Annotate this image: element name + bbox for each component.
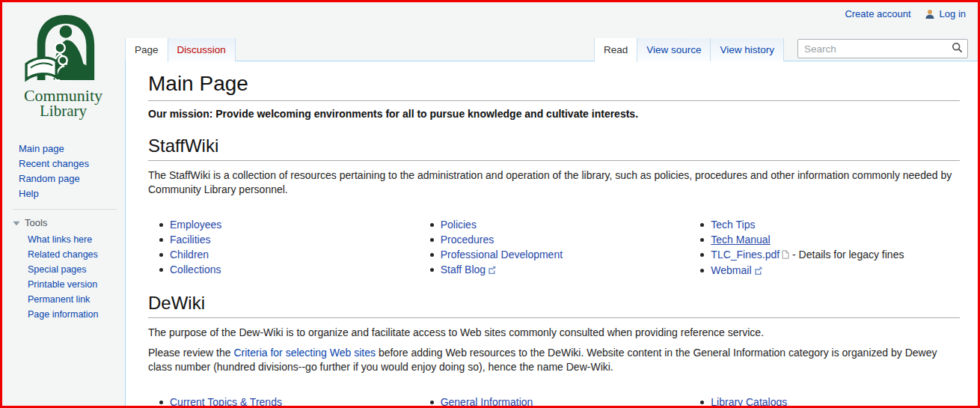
sidebar-item-printable-version[interactable]: Printable version xyxy=(28,277,124,292)
list-item: Current Topics & Trends xyxy=(159,395,419,408)
tech-manual-link[interactable]: Tech Manual xyxy=(711,234,770,246)
create-account-link[interactable]: Create account xyxy=(845,8,910,19)
search-box xyxy=(797,39,968,58)
list-item: Policies xyxy=(430,217,690,232)
sidebar-item-permanent-link[interactable]: Permanent link xyxy=(28,292,124,307)
external-link-icon xyxy=(488,263,496,278)
general-information-link[interactable]: General Information xyxy=(441,396,533,408)
screenshot-frame: Create account Log in xyxy=(0,0,980,408)
list-item: Children xyxy=(159,247,419,262)
policies-link[interactable]: Policies xyxy=(441,219,477,231)
list-item: Collections xyxy=(159,262,419,277)
tab-page[interactable]: Page xyxy=(126,38,168,62)
tab-read[interactable]: Read xyxy=(595,38,637,62)
staffwiki-link-columns: Employees Facilities Children Collection… xyxy=(148,217,960,278)
sidebar-item-recent-changes[interactable]: Recent changes xyxy=(19,156,124,171)
tlc-fines-pdf-link[interactable]: TLC_Fines.pdf xyxy=(711,249,780,261)
library-logo-graphic xyxy=(22,11,105,83)
tlc-fines-note: - Details for legacy fines xyxy=(789,249,904,261)
staff-blog-link[interactable]: Staff Blog xyxy=(441,264,486,275)
list-item: Procedures xyxy=(430,232,690,247)
tab-page-label: Page xyxy=(135,44,159,55)
tab-discussion[interactable]: Discussion xyxy=(168,38,236,61)
view-tabs: Read View source View history xyxy=(594,38,784,61)
staffwiki-column-2: Policies Procedures Professional Develop… xyxy=(419,217,690,278)
employees-link[interactable]: Employees xyxy=(170,219,221,231)
sidebar-item-random-page[interactable]: Random page xyxy=(19,171,124,186)
professional-development-link[interactable]: Professional Development xyxy=(441,249,563,261)
list-item: Staff Blog xyxy=(430,262,690,278)
list-item: Tech Tips xyxy=(700,217,960,232)
procedures-link[interactable]: Procedures xyxy=(441,234,494,246)
staffwiki-heading: StaffWiki xyxy=(148,136,960,161)
tab-view-history[interactable]: View history xyxy=(711,38,784,61)
staffwiki-column-1: Employees Facilities Children Collection… xyxy=(148,217,419,278)
search-button[interactable] xyxy=(947,40,967,57)
search-input[interactable] xyxy=(797,39,968,58)
sidebar-tools-section: Tools What links here Related changes Sp… xyxy=(2,209,124,322)
page-title: Main Page xyxy=(148,72,960,101)
list-item: Webmail xyxy=(700,263,960,278)
namespace-tabs: Page Discussion xyxy=(125,38,236,61)
tab-view-source[interactable]: View source xyxy=(637,38,711,61)
sidebar-divider xyxy=(13,209,117,210)
children-link[interactable]: Children xyxy=(170,249,209,261)
library-catalogs-link[interactable]: Library Catalogs xyxy=(711,396,787,408)
sidebar-item-page-information[interactable]: Page information xyxy=(28,307,124,322)
list-item: General Information xyxy=(430,395,690,408)
list-item: Employees xyxy=(159,217,419,232)
site-logo[interactable]: Community Library xyxy=(2,2,124,119)
dewiki-heading: DeWiki xyxy=(148,293,960,318)
sidebar-item-related-changes[interactable]: Related changes xyxy=(28,247,124,262)
sidebar-item-special-pages[interactable]: Special pages xyxy=(28,262,124,277)
review-text-before: Please review the xyxy=(148,347,233,359)
login-link[interactable]: Log in xyxy=(940,8,966,19)
sidebar-item-main-page[interactable]: Main page xyxy=(19,141,124,156)
webmail-link[interactable]: Webmail xyxy=(711,264,751,276)
collections-link[interactable]: Collections xyxy=(170,264,221,275)
content-area: Main Page Our mission: Provide welcoming… xyxy=(125,61,978,406)
document-icon xyxy=(782,248,789,263)
dewiki-link-columns: Current Topics & Trends General Informat… xyxy=(148,395,960,408)
sidebar-navigation: Main page Recent changes Random page Hel… xyxy=(2,141,124,201)
personal-bar: Create account Log in xyxy=(845,8,966,19)
mission-statement: Our mission: Provide welcoming environme… xyxy=(148,107,960,121)
dewiki-column-3: Library Catalogs xyxy=(689,395,960,408)
tools-section-label: Tools xyxy=(25,216,47,231)
external-link-icon xyxy=(754,264,762,278)
list-item: Professional Development xyxy=(430,247,690,262)
dewiki-column-1: Current Topics & Trends xyxy=(148,395,419,408)
search-icon xyxy=(952,42,963,53)
sidebar: Community Library Main page Recent chang… xyxy=(2,2,124,322)
user-icon xyxy=(925,9,935,19)
list-item: Facilities xyxy=(159,232,419,247)
chevron-down-icon xyxy=(13,221,20,226)
criteria-link[interactable]: Criteria for selecting Web sites xyxy=(233,347,376,359)
dewiki-column-2: General Information xyxy=(419,395,690,408)
tab-discussion-label: Discussion xyxy=(177,44,226,55)
tech-tips-link[interactable]: Tech Tips xyxy=(711,219,755,231)
current-topics-trends-link[interactable]: Current Topics & Trends xyxy=(170,396,282,408)
dewiki-review-paragraph: Please review the Criteria for selecting… xyxy=(148,346,960,374)
sidebar-item-help[interactable]: Help xyxy=(19,186,124,201)
sidebar-item-what-links-here[interactable]: What links here xyxy=(28,232,124,247)
tab-view-source-label: View source xyxy=(646,44,701,55)
logo-wordmark: Community Library xyxy=(2,88,124,119)
staffwiki-intro: The StaffWiki is a collection of resourc… xyxy=(148,168,960,197)
list-item: Library Catalogs xyxy=(700,395,960,408)
list-item: Tech Manual xyxy=(700,232,960,247)
facilities-link[interactable]: Facilities xyxy=(170,234,210,246)
tab-view-history-label: View history xyxy=(720,44,774,55)
dewiki-intro: The purpose of the Dew-Wiki is to organi… xyxy=(148,326,960,340)
page-actions-bar: Page Discussion Read View source View hi… xyxy=(125,37,978,61)
tab-read-label: Read xyxy=(604,44,628,55)
tools-navigation: What links here Related changes Special … xyxy=(2,232,124,322)
tools-section-toggle[interactable]: Tools xyxy=(2,216,124,231)
list-item: TLC_Fines.pdf - Details for legacy fines xyxy=(700,247,960,263)
staffwiki-column-3: Tech Tips Tech Manual TLC_Fines.pdf - De… xyxy=(689,217,960,278)
